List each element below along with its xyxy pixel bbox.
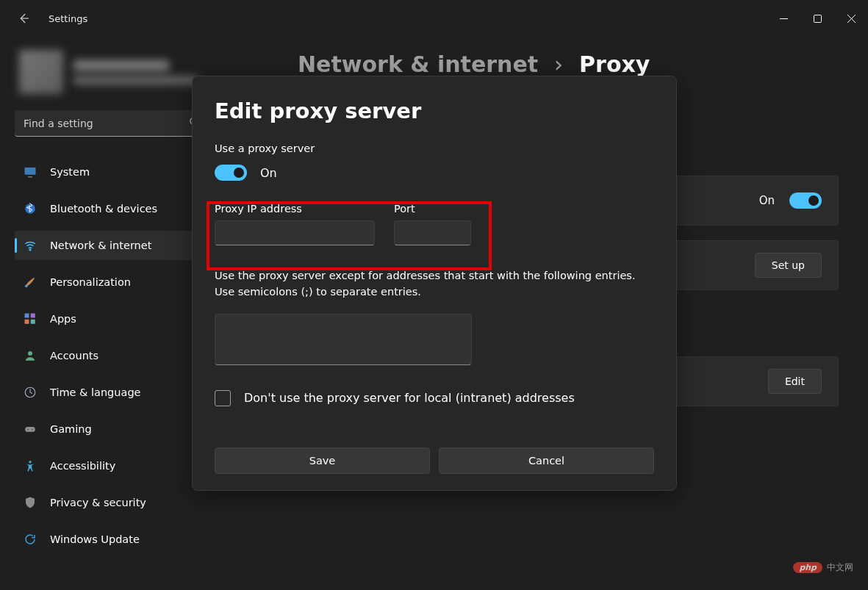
breadcrumb-current: Proxy [579,51,650,77]
gamepad-icon [24,422,37,436]
cancel-button[interactable]: Cancel [439,447,654,474]
sidebar-item-personalization[interactable]: Personalization [15,267,220,297]
watermark: php 中文网 [793,561,853,574]
sidebar-item-gaming[interactable]: Gaming [15,414,220,444]
shield-icon [24,496,37,509]
svg-rect-7 [31,314,35,318]
save-button[interactable]: Save [215,447,430,474]
proxy-port-label: Port [394,203,471,215]
setup-button[interactable]: Set up [755,253,822,278]
person-icon [24,349,37,362]
proxy-ip-label: Proxy IP address [215,203,375,215]
svg-point-15 [29,461,31,463]
breadcrumb-parent[interactable]: Network & internet [298,51,538,77]
edit-button[interactable]: Edit [768,369,822,394]
sidebar-item-label: Time & language [50,386,141,398]
bluetooth-icon [24,202,37,215]
sidebar-item-privacy[interactable]: Privacy & security [15,488,220,517]
sidebar-item-label: Gaming [50,423,92,435]
window-controls [767,4,868,33]
use-proxy-toggle[interactable] [215,165,247,181]
svg-point-10 [28,351,32,356]
search-input[interactable] [15,110,207,137]
sidebar-item-label: Personalization [50,276,131,288]
svg-rect-12 [25,427,35,432]
chevron-right-icon: › [554,51,563,77]
sidebar-item-label: Network & internet [50,240,151,251]
sidebar-item-label: Bluetooth & devices [50,203,157,215]
local-addresses-checkbox[interactable] [215,390,231,406]
sidebar-item-label: Accounts [50,350,98,361]
breadcrumb: Network & internet › Proxy [298,51,839,77]
back-arrow-icon[interactable] [16,11,31,26]
svg-point-13 [27,429,29,431]
svg-point-4 [29,249,31,251]
sidebar-item-bluetooth[interactable]: Bluetooth & devices [15,194,220,223]
sidebar-item-label: Windows Update [50,533,140,545]
svg-rect-6 [25,314,29,318]
close-button[interactable] [834,4,868,33]
window-title: Settings [49,13,87,24]
sidebar-item-time-language[interactable]: Time & language [15,378,220,407]
sidebar: System Bluetooth & devices Network & int… [0,37,220,590]
maximize-button[interactable] [800,4,834,33]
minimize-button[interactable] [767,4,800,33]
svg-rect-8 [25,320,29,324]
title-bar: Settings [0,0,868,37]
profile-block[interactable] [19,50,220,94]
wifi-icon [24,239,37,252]
apps-icon [24,312,37,325]
auto-detect-toggle[interactable] [789,193,822,209]
edit-proxy-dialog: Edit proxy server Use a proxy server On … [192,76,677,491]
sidebar-item-label: Accessibility [50,460,115,472]
sidebar-item-system[interactable]: System [15,157,220,187]
exceptions-text: Use the proxy server except for addresse… [215,267,654,301]
avatar [19,50,63,94]
proxy-ip-field: Proxy IP address [215,203,375,245]
clock-globe-icon [24,386,37,399]
proxy-ip-input[interactable] [215,220,375,245]
local-addresses-label: Don't use the proxy server for local (in… [244,391,575,405]
accessibility-icon [24,459,37,472]
title-bar-left: Settings [0,11,87,26]
svg-rect-0 [814,15,821,22]
sidebar-item-network[interactable]: Network & internet [15,231,220,260]
svg-rect-2 [25,168,36,175]
watermark-pill: php [793,562,822,573]
update-icon [24,533,37,546]
proxy-port-input[interactable] [394,220,471,245]
profile-text [73,60,198,84]
sidebar-item-accessibility[interactable]: Accessibility [15,451,220,481]
sidebar-item-apps[interactable]: Apps [15,304,220,334]
sidebar-item-label: Privacy & security [50,497,146,508]
toggle-state-label: On [759,194,775,207]
svg-point-5 [25,284,28,287]
proxy-port-field: Port [394,203,471,245]
sidebar-item-label: Apps [50,313,76,325]
monitor-icon [24,165,37,179]
watermark-text: 中文网 [827,561,853,574]
use-proxy-label: Use a proxy server [215,143,654,154]
sidebar-item-label: System [50,166,90,178]
nav-list: System Bluetooth & devices Network & int… [15,157,220,554]
sidebar-item-accounts[interactable]: Accounts [15,341,220,370]
toggle-state-text: On [260,166,277,180]
dialog-title: Edit proxy server [215,98,654,123]
brush-icon [24,276,37,289]
search-container [15,110,207,137]
svg-rect-9 [31,320,35,324]
exceptions-textarea[interactable] [215,314,472,365]
sidebar-item-windows-update[interactable]: Windows Update [15,525,220,554]
svg-point-14 [32,429,33,431]
